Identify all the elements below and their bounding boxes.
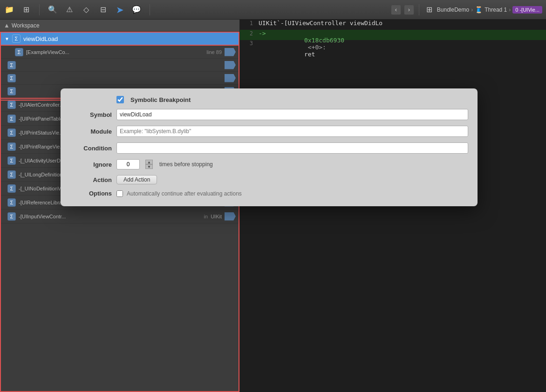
breadcrumb-bundle[interactable]: BundleDemo [437,7,469,13]
line-num-2: 2 [240,30,259,37]
auto-continue-container: Automatically continue after evaluating … [116,190,242,197]
workspace-header: ▲ Workspace [0,20,239,32]
arrow-icon[interactable]: ➤ [114,4,125,15]
breadcrumb-thread-container: 🧵 Thread 1 [475,6,507,14]
bp-example-arrow [225,48,236,56]
bp-sigma-ps-icon: Σ [7,128,16,137]
workspace-label: Workspace [12,22,40,29]
breadcrumb-sep2: › [509,7,511,13]
bp-sigma-icon: Σ [12,34,20,43]
options-label: Options [70,190,112,197]
popup-title-row: Symbolic Breakpoint [70,96,468,103]
symbol-input[interactable] [116,109,468,120]
bp-sigma-pr-icon: Σ [7,142,16,151]
bp-r3-arrow [225,61,236,69]
popup-symbol-row: Symbol [70,109,468,120]
auto-continue-label: Automatically continue after evaluating … [127,190,242,197]
bp-sigma-nd-icon: Σ [7,184,16,193]
bp-row4[interactable]: Σ [0,72,239,85]
bp-sigma-ld-icon: Σ [7,170,16,179]
bp-example-line: line 89 [207,49,222,55]
bp-view-did-load-label: viewDidLoad [23,35,58,42]
code-line-2: 2 -> 0x18cdb6930 <+0>: ret [240,30,546,40]
bp-example-row[interactable]: Σ [ExampleViewCo... line 89 [0,46,239,59]
popup-ignore-row: Ignore ▲ ▼ times before stopping [70,159,468,169]
structure-icon[interactable]: ⊞ [20,4,32,15]
bp-inp-kit: UIKit [211,214,222,219]
main-area: ▲ Workspace ▼ Σ viewDidLoad Σ [ExampleVi… [0,20,546,392]
bp-sigma-r3-icon: Σ [7,61,16,69]
bp-inp-arrow [225,212,236,221]
auto-continue-checkbox[interactable] [116,190,123,197]
stepper-up-button[interactable]: ▲ [145,160,153,164]
breadcrumb: ⊞ BundleDemo › 🧵 Thread 1 › 0 -[UIVie... [424,4,542,15]
popup-action-row: Action Add Action [70,175,468,184]
line-num-3: 3 [240,40,259,47]
bp-input-row[interactable]: Σ -[UIInputViewContr... in UIKit [0,210,239,223]
search-icon[interactable]: 🔍 [47,4,58,15]
nav-forward-button[interactable]: › [404,5,414,15]
bp-view-did-load-arrow [224,34,235,43]
breadcrumb-area: ‹ › ⊞ BundleDemo › 🧵 Thread 1 › 0 -[UIVi… [391,4,542,15]
line-num-1: 1 [240,20,259,27]
condition-label: Condition [70,145,112,152]
bp-sigma-r4-icon: Σ [7,74,16,82]
bp-view-did-load-row[interactable]: ▼ Σ viewDidLoad [0,32,239,46]
toolbar-divider [39,4,40,15]
bp-sigma-ref-icon: Σ [7,198,16,207]
module-label: Module [70,128,112,135]
module-input[interactable] [116,126,468,137]
add-action-button[interactable]: Add Action [116,175,157,184]
popup-condition-row: Condition [70,142,468,154]
workspace-triangle-icon: ▲ [4,22,10,29]
nav-back-button[interactable]: ‹ [391,5,401,15]
breadcrumb-sep1: › [471,7,473,13]
folder-icon[interactable]: 📁 [4,4,15,15]
arrow-indicator: -> [259,30,266,37]
ignore-stepper[interactable]: ▲ ▼ [145,160,153,169]
bp-sigma-r5-icon: Σ [7,87,16,95]
toolbar: 📁 ⊞ 🔍 ⚠ ◇ ⊟ ➤ 💬 ‹ › ⊞ BundleDemo › 🧵 Thr… [0,0,546,20]
popup-options-row: Options Automatically continue after eva… [70,190,468,197]
warning-icon[interactable]: ⚠ [64,4,75,15]
bp-sigma-example-icon: Σ [15,48,23,56]
toolbar-divider2 [150,4,150,15]
bp-sigma-pp-icon: Σ [7,115,16,123]
bp-sigma-alert-icon: Σ [7,101,16,109]
frame-badge[interactable]: 0 -[UIVie... [512,6,542,14]
bp-sigma-ac-icon: Σ [7,156,16,165]
code-line-1: 1 UIKit`-[UIViewController viewDidLo [240,20,546,30]
ignore-label: Ignore [70,161,112,168]
debug-icon: ⊞ [424,4,435,15]
symbol-label: Symbol [70,111,112,118]
left-panel: ▲ Workspace ▼ Σ viewDidLoad Σ [ExampleVi… [0,20,240,392]
grid-icon[interactable]: ⊟ [97,4,109,15]
bp-row3[interactable]: Σ [0,59,239,72]
symbolic-bp-label: Symbolic Breakpoint [130,96,191,103]
symbol-icon[interactable]: ◇ [81,4,92,15]
code-content-1: UIKit`-[UIViewController viewDidLo [259,20,382,27]
bp-inp-in: in [204,214,208,219]
thread-icon: 🧵 [475,6,483,14]
code-content-2: 0x18cdb6930 <+0>: ret [268,30,344,65]
popup-module-row: Module [70,126,468,137]
bp-sigma-inp-icon: Σ [7,212,16,221]
action-label: Action [70,176,112,183]
bp-inp-label: -[UIInputViewContr... [19,214,201,219]
ignore-suffix: times before stopping [159,161,213,168]
bp-r4-arrow [225,74,236,82]
symbolic-breakpoint-popup: Symbolic Breakpoint Symbol Module Condit… [61,88,478,206]
chat-icon[interactable]: 💬 [131,4,142,15]
breadcrumb-thread[interactable]: Thread 1 [485,7,507,13]
bp-example-label: [ExampleViewCo... [26,49,204,55]
toolbar-divider3 [419,4,419,15]
bp-chevron-icon: ▼ [5,36,9,41]
ignore-count-input[interactable] [116,159,140,169]
condition-input[interactable] [116,142,468,154]
stepper-down-button[interactable]: ▼ [145,164,153,169]
symbolic-bp-checkbox[interactable] [116,96,124,103]
